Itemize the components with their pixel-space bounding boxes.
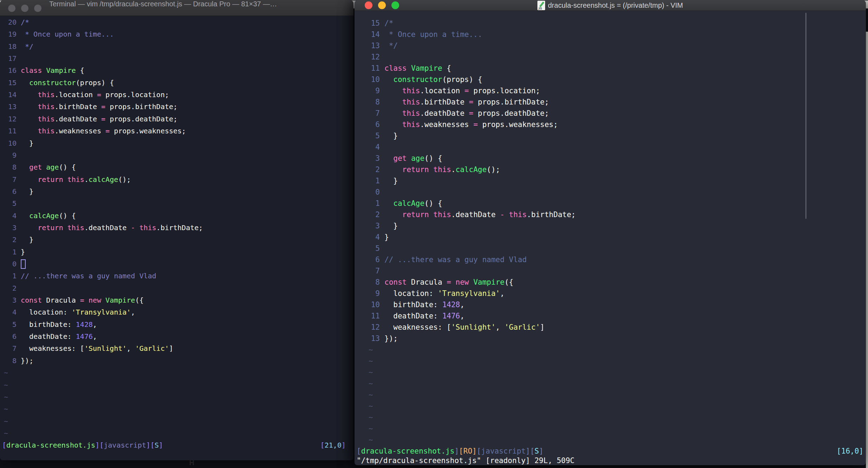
code-token: ] [472,447,477,455]
line-number: 12 [362,322,380,333]
code-token [135,223,139,232]
tilde-line: ~ [355,355,866,367]
code-line: 7 return this.calcAge(); [0,173,353,186]
minimize-button[interactable] [21,5,28,12]
code-token [384,75,393,84]
code-token [384,199,393,208]
code-token: props.weaknesses; [478,120,558,129]
code-token: ] [454,447,459,455]
code-token [469,278,473,286]
code-token: this [433,165,451,174]
code-token: [ [100,441,104,449]
macvim-vim-screen[interactable]: 15/*14 * Once upon a time...13 */1211cla… [355,0,866,465]
code-token [21,115,38,123]
code-line: 12 [355,51,866,63]
vim-statusline: [dracula-screenshot.js][javascript][S][2… [0,439,353,451]
code-line: 2 return this.deathDate - this.birthDate… [355,209,866,220]
code-line: 6 deathDate: 1476, [0,330,353,343]
code-line: 11 this.weaknesses = props.weaknesses; [0,125,353,137]
line-number: 5 [362,130,380,141]
code-line: 6// ...there was a guy named Vlad [355,254,866,265]
code-token [42,163,46,171]
line-number: 2 [4,234,17,246]
code-token: .deathDate [55,115,101,123]
code-token [384,109,402,118]
code-token [21,78,29,87]
desktop: H 20/*19 * Once upon a time...18 */1716c… [0,0,868,468]
line-number: 11 [362,310,380,322]
code-token: S [155,441,159,449]
code-token: }); [384,334,398,343]
tilde-line: ~ [355,344,866,355]
code-token: this [67,223,84,232]
close-button[interactable] [8,5,15,12]
zoom-button[interactable] [34,5,42,12]
terminal-titlebar[interactable]: Terminal — vim /tmp/dracula-screenshot.j… [0,0,353,16]
line-number: 12 [362,51,380,63]
line-number: 15 [362,18,380,29]
code-token: this [38,127,55,135]
code-token: this [67,175,84,184]
zoom-button[interactable] [391,1,399,9]
code-line: 5 [355,243,866,254]
code-line: 19 * Once upon a time... [0,28,353,40]
code-token [429,165,433,174]
scrollbar-thumb[interactable] [805,13,806,219]
code-line: 0 [0,258,353,270]
code-line: 2 } [0,234,353,246]
line-number: 5 [362,243,380,254]
code-token: 21,0 [325,441,342,449]
code-token: class [384,64,407,72]
code-line: 11class Vampire { [355,63,866,74]
code-line: 0 [355,186,866,198]
code-token: .location [55,90,97,99]
line-number: 3 [362,220,380,232]
code-line: 6 } [0,185,353,198]
code-token: (); [487,165,500,174]
code-line: 4 location: 'Transylvania', [0,306,353,318]
code-token: ] [146,441,150,449]
code-token: .deathDate [451,210,500,219]
code-line: 1} [0,246,353,258]
code-token: () { [59,211,76,220]
code-line: 17 [0,52,353,65]
code-token: = [97,90,101,99]
close-button[interactable] [365,1,372,9]
code-token: = [101,115,106,123]
terminal-vim-screen[interactable]: 20/*19 * Once upon a time...18 */1716cla… [0,0,353,460]
code-token [384,120,402,129]
line-number: 13 [362,333,380,344]
code-token: ] [169,344,173,353]
code-token [84,296,89,304]
code-token: /* [21,18,29,26]
document-proxy-icon[interactable]: JS [537,1,545,10]
code-token: } [384,132,398,140]
tilde-line: ~ [0,367,353,379]
line-number: 4 [4,306,17,318]
code-token: .birthDate [420,98,469,106]
code-line: 5 } [355,130,866,141]
minimize-button[interactable] [378,1,386,9]
code-token: return [38,175,63,184]
code-token: [ [477,447,481,455]
line-number: 7 [362,108,380,119]
line-number: 13 [362,40,380,51]
line-number: 2 [362,164,380,175]
code-token: Vampire [411,64,442,72]
macvim-titlebar[interactable]: JS dracula-screenshot.js = (/private/tmp… [355,0,866,11]
code-line: 15/* [355,18,866,29]
code-token: ] [159,441,163,449]
code-token: this [402,109,420,118]
code-token: Vampire [473,278,505,286]
code-token: javascript [104,441,146,449]
code-token: .birthDate [55,102,101,111]
code-token: 'Garlic' [135,344,169,353]
line-number: 16 [4,64,17,76]
code-token: weaknesses: [ [384,323,451,331]
code-line: 7 weaknesses: ['Sunlight', 'Garlic'] [0,342,353,355]
code-line: 20/* [0,16,353,29]
code-token: location: [21,308,72,316]
code-token: this [433,210,451,219]
line-number: 8 [362,277,380,288]
code-line: 13 this.birthDate = props.birthDate; [0,101,353,113]
